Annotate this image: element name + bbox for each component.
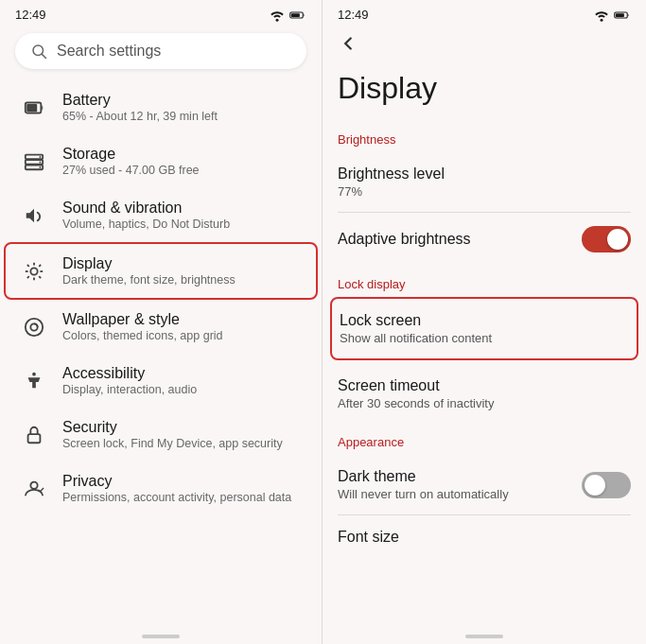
wallpaper-subtitle: Colors, themed icons, app grid [62,329,223,342]
svg-point-10 [40,156,42,158]
brightness-level-subtitle: 77% [338,184,445,199]
battery-text: Battery 65% - About 12 hr, 39 min left [62,92,218,123]
left-time: 12:49 [15,8,46,22]
svg-rect-25 [28,434,41,443]
lock-screen-title: Lock screen [340,312,492,329]
svg-line-20 [39,276,41,278]
settings-list: Battery 65% - About 12 hr, 39 min left S… [0,80,322,629]
adaptive-brightness-toggle[interactable] [582,226,631,252]
svg-line-22 [27,276,29,278]
right-panel: 12:49 Display Brightness Brightness l [323,0,646,644]
brightness-level-text: Brightness level 77% [338,165,445,199]
right-status-icons [593,9,631,22]
wallpaper-title: Wallpaper & style [62,311,223,328]
lock-screen-text: Lock screen Show all notification conten… [340,312,492,345]
lock-display-header: Lock display [323,266,646,297]
right-wifi-icon [593,9,610,22]
svg-line-21 [39,264,41,266]
accessibility-subtitle: Display, interaction, audio [62,383,197,396]
adaptive-brightness-text: Adaptive brightness [338,231,471,248]
right-scroll-bar [465,635,503,638]
sound-title: Sound & vibration [62,200,230,217]
settings-item-display[interactable]: Display Dark theme, font size, brightnes… [4,242,318,300]
svg-rect-2 [291,13,300,17]
dark-theme-toggle[interactable] [582,472,631,498]
right-battery-icon [614,9,631,22]
right-content: Brightness Brightness level 77% Adaptive… [323,121,646,629]
svg-point-26 [30,481,37,488]
dark-theme-subtitle: Will never turn on automatically [338,487,509,501]
wifi-icon [269,9,286,22]
settings-item-sound[interactable]: Sound & vibration Volume, haptics, Do No… [6,188,316,242]
battery-subtitle: 65% - About 12 hr, 39 min left [62,110,218,123]
security-text: Security Screen lock, Find My Device, ap… [62,419,283,450]
sound-text: Sound & vibration Volume, haptics, Do No… [62,200,230,231]
accessibility-text: Accessibility Display, interaction, audi… [62,365,197,396]
svg-line-19 [27,264,29,266]
search-bar[interactable]: Search settings [15,33,306,69]
accessibility-title: Accessibility [62,365,197,382]
storage-icon [21,148,47,175]
sound-icon [21,202,47,229]
toggle-knob [607,229,628,250]
screen-timeout-text: Screen timeout After 30 seconds of inact… [338,377,494,410]
appearance-header: Appearance [323,424,646,455]
wallpaper-icon [21,314,47,340]
screen-timeout-title: Screen timeout [338,377,494,394]
dark-theme-item[interactable]: Dark theme Will never turn on automatica… [323,455,646,514]
right-time: 12:49 [338,8,369,22]
svg-rect-29 [616,13,624,17]
adaptive-brightness-item[interactable]: Adaptive brightness [323,213,646,266]
settings-item-accessibility[interactable]: Accessibility Display, interaction, audi… [6,354,316,408]
dark-theme-toggle-knob [585,475,605,496]
font-size-item[interactable]: Font size [323,515,646,559]
display-title: Display [62,255,236,272]
wallpaper-text: Wallpaper & style Colors, themed icons, … [62,311,223,342]
right-status-bar: 12:49 [323,0,646,26]
settings-item-wallpaper[interactable]: Wallpaper & style Colors, themed icons, … [6,300,316,354]
svg-point-0 [276,18,279,21]
battery-icon [21,95,47,121]
svg-point-11 [40,161,42,163]
privacy-text: Privacy Permissions, account activity, p… [62,473,291,504]
storage-text: Storage 27% used - 47.00 GB free [62,146,200,177]
left-scroll-hint [0,629,322,644]
left-panel: 12:49 Search settings [0,0,323,644]
screen-timeout-subtitle: After 30 seconds of inactivity [338,396,494,410]
screen-timeout-item[interactable]: Screen timeout After 30 seconds of inact… [323,364,646,424]
settings-item-battery[interactable]: Battery 65% - About 12 hr, 39 min left [6,80,316,134]
privacy-title: Privacy [62,473,291,490]
privacy-subtitle: Permissions, account activity, personal … [62,491,291,504]
storage-subtitle: 27% used - 47.00 GB free [62,164,200,177]
search-input[interactable]: Search settings [57,43,161,60]
svg-point-12 [40,166,42,168]
lock-screen-subtitle: Show all notification content [340,331,492,345]
svg-rect-6 [26,103,37,111]
security-title: Security [62,419,283,436]
display-icon [21,258,47,285]
left-scroll-bar [142,635,180,638]
font-size-text: Font size [338,529,399,546]
adaptive-brightness-title: Adaptive brightness [338,231,471,248]
svg-line-4 [42,54,45,58]
accessibility-icon [21,368,47,394]
display-subtitle: Dark theme, font size, brightness [62,273,236,287]
svg-point-24 [32,372,36,375]
settings-item-security[interactable]: Security Screen lock, Find My Device, ap… [6,408,316,461]
security-subtitle: Screen lock, Find My Device, app securit… [62,437,283,450]
settings-item-privacy[interactable]: Privacy Permissions, account activity, p… [6,461,316,515]
settings-item-storage[interactable]: Storage 27% used - 47.00 GB free [6,134,316,188]
svg-marker-13 [26,208,34,222]
search-icon [30,43,47,60]
back-button[interactable] [323,26,646,63]
security-icon [21,422,47,448]
brightness-level-title: Brightness level [338,165,445,183]
battery-title: Battery [62,92,218,109]
storage-title: Storage [62,146,200,163]
brightness-level-item[interactable]: Brightness level 77% [323,152,646,212]
dark-theme-text: Dark theme Will never turn on automatica… [338,468,509,501]
lock-screen-item[interactable]: Lock screen Show all notification conten… [330,297,638,360]
brightness-header: Brightness [323,121,646,152]
display-text: Display Dark theme, font size, brightnes… [62,255,236,287]
left-status-bar: 12:49 [0,0,322,26]
